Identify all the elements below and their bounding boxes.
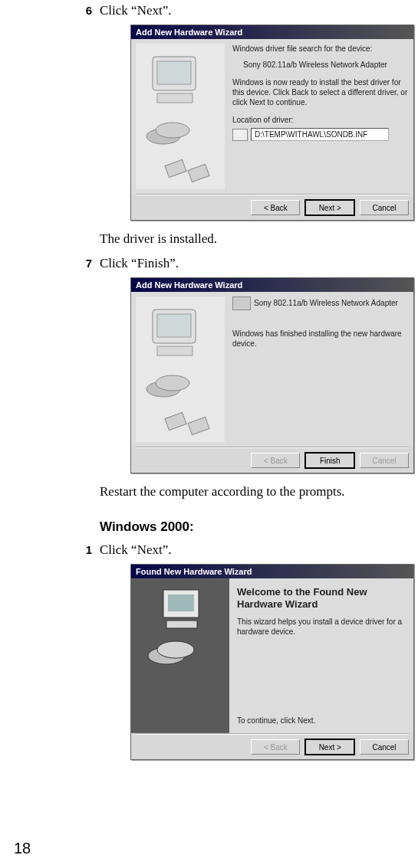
section-heading-windows-2000: Windows 2000: [100, 519, 410, 535]
wizard-art-icon [136, 44, 225, 189]
device-name: Sony 802.11a/b Wireless Network Adapter [243, 60, 409, 70]
svg-rect-12 [165, 412, 186, 430]
step-number: 6 [72, 4, 100, 17]
dialog-add-new-hardware-finish: Add New Hardware Wizard Sony 802.11a/b W… [130, 277, 414, 473]
step-text: Click “Next”. [100, 3, 410, 18]
step-text: Click “Finish”. [100, 256, 410, 271]
continue-hint: To continue, click Next. [237, 716, 315, 726]
step-7: 7 Click “Finish”. [100, 256, 410, 271]
finish-button[interactable]: Finish [305, 453, 354, 468]
adapter-icon [232, 296, 251, 310]
dialog-title: Found New Hardware Wizard [131, 565, 413, 578]
step-number: 7 [72, 257, 100, 270]
wizard-description: This wizard helps you install a device d… [237, 617, 406, 637]
back-button: < Back [251, 739, 300, 755]
back-button[interactable]: < Back [251, 200, 300, 215]
svg-point-11 [156, 375, 189, 391]
cancel-button[interactable]: Cancel [360, 739, 409, 755]
page-number: 18 [14, 840, 31, 857]
step-number: 1 [72, 543, 100, 556]
back-button: < Back [251, 453, 300, 468]
svg-point-4 [156, 123, 189, 138]
restart-text: Restart the computer according to the pr… [100, 484, 410, 500]
cancel-button: Cancel [360, 453, 409, 468]
svg-rect-5 [165, 159, 186, 177]
svg-rect-17 [166, 621, 197, 628]
search-label: Windows driver file search for the devic… [232, 44, 409, 54]
step-text: Click “Next”. [100, 542, 410, 558]
svg-rect-2 [157, 93, 193, 103]
drive-icon [232, 129, 248, 141]
wizard-art-icon [136, 296, 225, 442]
dialog-title: Add New Hardware Wizard [131, 278, 413, 292]
wizard-side-art-icon [131, 578, 229, 733]
step-1: 1 Click “Next”. [100, 542, 410, 558]
device-name: Sony 802.11a/b Wireless Network Adapter [254, 299, 398, 307]
step-6: 6 Click “Next”. [100, 3, 410, 18]
svg-rect-8 [157, 314, 191, 337]
location-label: Location of driver: [232, 115, 409, 125]
svg-rect-1 [157, 61, 191, 84]
svg-rect-9 [157, 346, 193, 355]
ready-text: Windows is now ready to install the best… [232, 77, 409, 107]
driver-path: D:\TEMP\WITHAWL\SONDB.INF [251, 128, 389, 141]
next-button[interactable]: Next > [305, 739, 354, 755]
cancel-button[interactable]: Cancel [360, 200, 409, 215]
dialog-found-new-hardware: Found New Hardware Wizard Welcome to the… [130, 564, 414, 760]
dialog-add-new-hardware-next: Add New Hardware Wizard Windows driver f… [130, 25, 414, 221]
svg-point-19 [157, 641, 194, 658]
dialog-title: Add New Hardware Wizard [131, 25, 413, 39]
svg-rect-16 [168, 594, 194, 611]
svg-rect-6 [188, 164, 209, 182]
welcome-heading: Welcome to the Found New Hardware Wizard [237, 586, 406, 611]
driver-installed-text: The driver is installed. [100, 231, 410, 247]
next-button[interactable]: Next > [305, 200, 354, 215]
svg-rect-13 [188, 417, 209, 434]
finished-text: Windows has finished installing the new … [232, 329, 409, 349]
